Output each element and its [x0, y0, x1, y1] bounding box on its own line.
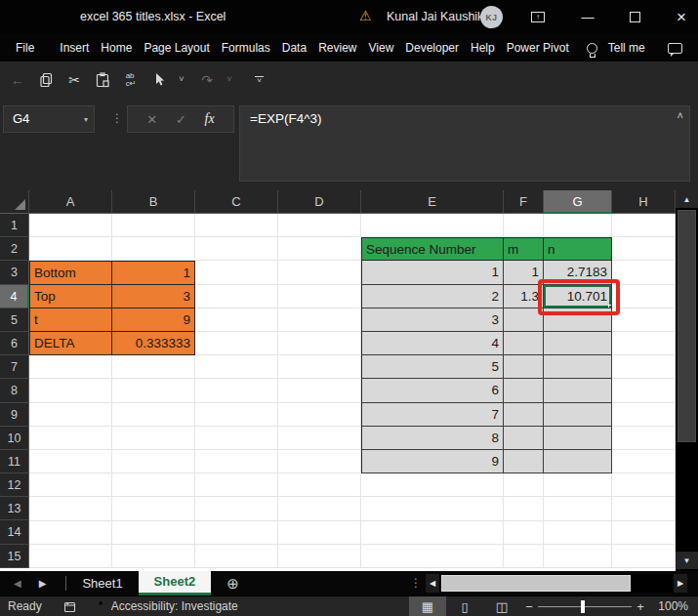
cell-D13[interactable]: [278, 497, 361, 520]
row-header-2[interactable]: 2: [0, 237, 29, 261]
cell-A14[interactable]: [29, 521, 112, 545]
next-sheet-icon[interactable]: ▶: [39, 578, 47, 589]
menu-power-pivot[interactable]: Power Pivot: [501, 34, 575, 62]
cell-B11[interactable]: [112, 450, 195, 473]
cell-E5[interactable]: 3: [361, 308, 504, 332]
scroll-down-icon[interactable]: ▼: [676, 552, 698, 569]
row-header-12[interactable]: 12: [0, 473, 29, 497]
row-header-14[interactable]: 14: [0, 520, 29, 544]
cell-G9[interactable]: [544, 403, 612, 427]
row-header-7[interactable]: 7: [0, 355, 29, 379]
cell-H5[interactable]: [612, 308, 676, 332]
cell-E6[interactable]: 4: [361, 332, 504, 355]
cell-C6[interactable]: [195, 332, 278, 355]
sheet-tab-sheet1[interactable]: Sheet1: [66, 571, 138, 595]
touch-mode-dropdown-icon[interactable]: ˅: [174, 69, 189, 89]
cell-F15[interactable]: [504, 545, 544, 568]
row-header-3[interactable]: 3: [0, 261, 29, 284]
comments-icon[interactable]: [668, 43, 682, 54]
cell-C11[interactable]: [195, 450, 278, 473]
cell-E14[interactable]: [361, 521, 504, 545]
cell-C14[interactable]: [195, 521, 278, 545]
cell-A13[interactable]: [29, 497, 112, 520]
paste-icon[interactable]: [95, 70, 110, 90]
menu-developer[interactable]: Developer: [399, 34, 465, 62]
cell-B15[interactable]: [112, 545, 195, 568]
cell-B3[interactable]: 1: [112, 261, 195, 284]
cell-E13[interactable]: [361, 497, 504, 520]
cell-F8[interactable]: [504, 379, 544, 402]
cell-F10[interactable]: [504, 427, 544, 450]
cell-D11[interactable]: [278, 450, 361, 473]
cell-F13[interactable]: [504, 497, 544, 520]
cell-A9[interactable]: [29, 403, 112, 427]
new-sheet-button[interactable]: ⊕: [226, 575, 239, 593]
insert-function-icon[interactable]: fx: [205, 111, 215, 127]
column-header-D[interactable]: D: [278, 190, 361, 214]
cell-E1[interactable]: [361, 214, 504, 237]
formula-input[interactable]: =EXP(F4^3) ˄: [239, 105, 690, 182]
row-header-6[interactable]: 6: [0, 332, 29, 355]
cell-C13[interactable]: [195, 497, 278, 520]
cell-B12[interactable]: [112, 473, 195, 497]
cell-D7[interactable]: [278, 355, 361, 379]
row-header-5[interactable]: 5: [0, 308, 29, 332]
row-header-13[interactable]: 13: [0, 497, 29, 520]
cell-H8[interactable]: [612, 379, 676, 402]
cell-C8[interactable]: [195, 379, 278, 402]
prev-sheet-icon[interactable]: ◀: [14, 578, 21, 589]
cell-C1[interactable]: [195, 214, 278, 237]
maximize-button[interactable]: [618, 0, 651, 34]
cell-F6[interactable]: [504, 332, 544, 355]
column-header-B[interactable]: B: [112, 190, 195, 214]
cell-D14[interactable]: [278, 521, 361, 545]
cell-G1[interactable]: [544, 214, 612, 237]
cell-H4[interactable]: [612, 285, 676, 308]
cell-F12[interactable]: [504, 473, 544, 497]
menu-help[interactable]: Help: [465, 34, 501, 62]
horizontal-scrollbar[interactable]: ◀ ▶: [426, 574, 687, 593]
cell-G10[interactable]: [544, 427, 612, 450]
cell-A15[interactable]: [29, 545, 112, 568]
cell-C4[interactable]: [195, 285, 278, 308]
row-header-11[interactable]: 11: [0, 450, 29, 473]
column-header-C[interactable]: C: [195, 190, 278, 214]
cell-F14[interactable]: [504, 521, 544, 545]
cell-E2[interactable]: Sequence Number: [361, 237, 504, 261]
close-button[interactable]: ×: [665, 0, 698, 34]
cell-F7[interactable]: [504, 355, 544, 379]
column-header-E[interactable]: E: [361, 190, 504, 214]
column-header-A[interactable]: A: [29, 190, 112, 214]
cut-icon[interactable]: ✂: [66, 70, 82, 90]
page-layout-view-icon[interactable]: ▯: [446, 596, 483, 616]
cell-H11[interactable]: [612, 450, 676, 473]
zoom-level[interactable]: 100%: [649, 599, 698, 613]
cell-D12[interactable]: [278, 473, 361, 497]
cell-H3[interactable]: [612, 261, 676, 284]
cell-E9[interactable]: 7: [361, 403, 504, 427]
cell-H12[interactable]: [612, 473, 676, 497]
cell-G8[interactable]: [544, 379, 612, 402]
customize-toolbar-icon[interactable]: ˅: [247, 70, 264, 90]
cell-D5[interactable]: [278, 308, 361, 332]
cell-D15[interactable]: [278, 545, 361, 568]
scroll-left-icon[interactable]: ◀: [426, 574, 439, 593]
cell-E12[interactable]: [361, 473, 504, 497]
page-break-view-icon[interactable]: ◫: [483, 596, 520, 616]
cell-A11[interactable]: [29, 450, 112, 473]
cell-E4[interactable]: 2: [361, 285, 504, 308]
menu-home[interactable]: Home: [95, 34, 138, 62]
scroll-up-icon[interactable]: ▲: [676, 190, 698, 208]
cell-F2[interactable]: m: [504, 237, 544, 261]
zoom-slider[interactable]: [538, 596, 632, 616]
vertical-scrollbar-thumb[interactable]: [677, 210, 696, 442]
select-all-corner[interactable]: [0, 190, 29, 214]
cell-C5[interactable]: [195, 308, 278, 332]
cell-A8[interactable]: [29, 379, 112, 402]
cell-G11[interactable]: [544, 450, 612, 473]
warning-icon[interactable]: ⚠: [359, 8, 372, 23]
cell-D9[interactable]: [278, 403, 361, 427]
row-header-10[interactable]: 10: [0, 427, 29, 450]
cell-C12[interactable]: [195, 473, 278, 497]
scroll-right-icon[interactable]: ▶: [674, 574, 687, 593]
